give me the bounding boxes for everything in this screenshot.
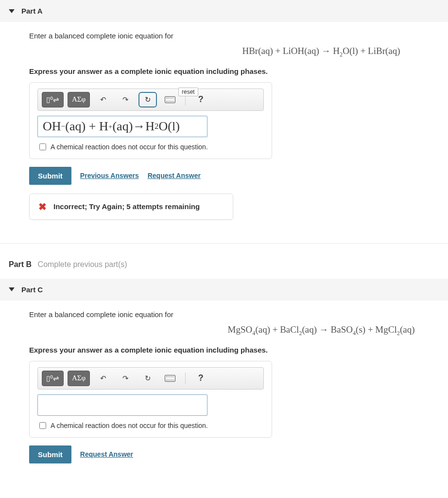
equation-toolbar: ▯⁰⇌ ΑΣφ ↶ ↷ ↻ ? xyxy=(37,367,264,390)
divider xyxy=(0,243,448,244)
part-a-answer-box: ▯⁰⇌ ΑΣφ ↶ ↷ ↻ ? reset OH− (aq) + H+ (aq)… xyxy=(29,82,272,159)
greek-button[interactable]: ΑΣφ xyxy=(68,92,90,107)
answer-input[interactable] xyxy=(37,394,207,416)
no-reaction-label: A chemical reaction does not occur for t… xyxy=(51,422,208,429)
part-a-prompt: Enter a balanced complete ionic equation… xyxy=(29,32,448,40)
redo-icon[interactable]: ↷ xyxy=(116,92,135,107)
no-reaction-label: A chemical reaction does not occur for t… xyxy=(51,143,208,151)
part-b-subtitle: Complete previous part(s) xyxy=(38,260,127,268)
keyboard-icon[interactable] xyxy=(161,92,179,107)
reset-icon[interactable]: ↻ xyxy=(138,92,157,107)
part-a-instruction: Express your answer as a complete ionic … xyxy=(29,67,448,75)
collapse-icon xyxy=(9,287,15,291)
greek-button[interactable]: ΑΣφ xyxy=(68,371,90,386)
part-c-header[interactable]: Part C xyxy=(0,279,448,301)
part-c-answer-box: ▯⁰⇌ ΑΣφ ↶ ↷ ↻ ? A chemical reaction does… xyxy=(29,361,272,438)
feedback-text: Incorrect; Try Again; 5 attempts remaini… xyxy=(53,202,200,211)
part-a-header[interactable]: Part A xyxy=(0,0,448,22)
request-answer-link[interactable]: Request Answer xyxy=(148,172,201,179)
template-button[interactable]: ▯⁰⇌ xyxy=(42,92,64,107)
part-c-instruction: Express your answer as a complete ionic … xyxy=(29,346,448,354)
collapse-icon xyxy=(9,9,15,13)
submit-button[interactable]: Submit xyxy=(29,445,71,463)
undo-icon[interactable]: ↶ xyxy=(94,92,112,107)
part-a-body: Enter a balanced complete ionic equation… xyxy=(0,22,448,230)
request-answer-link[interactable]: Request Answer xyxy=(80,450,133,458)
submit-button[interactable]: Submit xyxy=(29,167,71,185)
equation-toolbar: ▯⁰⇌ ΑΣφ ↶ ↷ ↻ ? xyxy=(37,89,264,111)
part-a-equation: HBr(aq) + LiOH(aq) → H2O(l) + LiBr(aq) xyxy=(29,46,448,58)
no-reaction-checkbox[interactable] xyxy=(39,422,46,429)
reset-icon[interactable]: ↻ xyxy=(138,371,157,386)
no-reaction-row[interactable]: A chemical reaction does not occur for t… xyxy=(37,142,264,152)
part-b-title: Part B xyxy=(9,260,32,268)
part-c-actions: Submit Request Answer xyxy=(29,445,448,463)
answer-input[interactable]: OH− (aq) + H+ (aq)→H2 O(l) xyxy=(37,116,207,137)
toolbar-separator xyxy=(185,373,186,384)
part-c-body: Enter a balanced complete ionic equation… xyxy=(0,301,448,473)
keyboard-icon[interactable] xyxy=(161,371,179,386)
part-b-row: Part B Complete previous part(s) xyxy=(0,257,448,273)
part-c-title: Part C xyxy=(21,285,43,294)
template-button[interactable]: ▯⁰⇌ xyxy=(42,371,64,386)
part-a-actions: Submit Previous Answers Request Answer xyxy=(29,167,448,185)
part-c-equation: MgSO4(aq) + BaCl2(aq) → BaSO4(s) + MgCl2… xyxy=(29,324,448,337)
incorrect-icon: ✖ xyxy=(38,201,47,213)
feedback-box: ✖ Incorrect; Try Again; 5 attempts remai… xyxy=(29,194,233,220)
no-reaction-row[interactable]: A chemical reaction does not occur for t… xyxy=(37,421,264,430)
undo-icon[interactable]: ↶ xyxy=(94,371,112,386)
previous-answers-link[interactable]: Previous Answers xyxy=(80,172,139,179)
part-c-prompt: Enter a balanced complete ionic equation… xyxy=(29,310,448,319)
part-a-title: Part A xyxy=(21,7,43,15)
redo-icon[interactable]: ↷ xyxy=(116,371,135,386)
help-icon[interactable]: ? xyxy=(191,371,210,386)
reset-tooltip: reset xyxy=(178,88,198,96)
no-reaction-checkbox[interactable] xyxy=(39,143,46,150)
